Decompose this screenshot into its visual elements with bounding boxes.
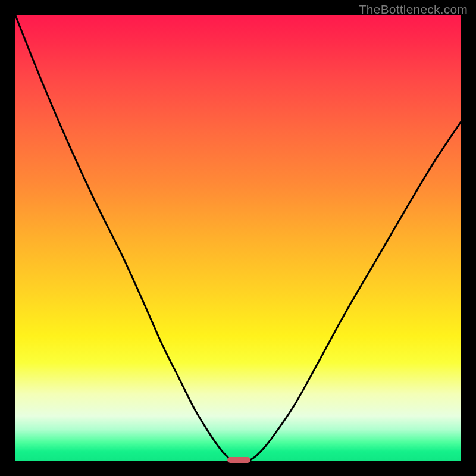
watermark-text: TheBottleneck.com <box>359 2 468 17</box>
series-left-curve <box>15 15 231 461</box>
chart-frame: TheBottleneck.com <box>0 0 476 476</box>
plot-area <box>15 15 461 461</box>
minimum-marker <box>227 457 250 463</box>
curves-layer <box>15 15 461 461</box>
series-right-curve <box>249 123 461 461</box>
